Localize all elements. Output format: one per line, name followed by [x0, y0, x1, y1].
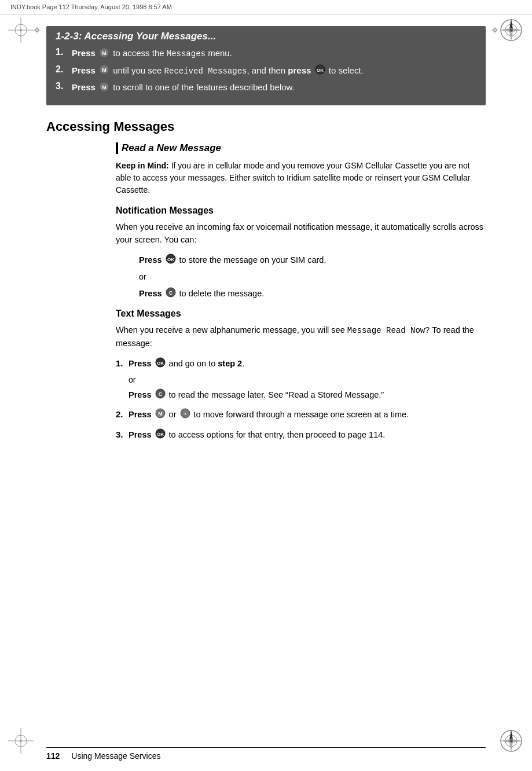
subsection-title: Read a New Message: [116, 142, 486, 154]
text-messages-heading: Text Messages: [116, 309, 486, 319]
notification-heading: Notification Messages: [116, 205, 486, 216]
text-step-3: 3. Press OK to access options for that e…: [116, 428, 486, 443]
svg-text:M: M: [102, 50, 107, 56]
page: INDY.book Page 112 Thursday, August 20, …: [0, 0, 532, 771]
or-2: or: [129, 374, 486, 386]
main-content: 1-2-3: Accessing Your Messages... 1. Pre…: [0, 14, 532, 472]
menu-icon-ts2: M: [155, 408, 166, 423]
header-bar: INDY.book Page 112 Thursday, August 20, …: [0, 0, 532, 14]
svg-text:C: C: [168, 290, 173, 296]
section-title: Accessing Messages: [46, 119, 486, 134]
svg-text:OK: OK: [167, 257, 174, 262]
ok-icon-step2: OK: [315, 64, 325, 78]
text-messages-body: When you receive a new alphanumeric mess…: [116, 324, 486, 350]
svg-text:M: M: [102, 67, 107, 73]
notification-option-2: Press C to delete the message.: [139, 287, 486, 302]
c-icon-notif: C: [166, 287, 176, 302]
c-icon-ts1: C: [155, 388, 166, 403]
footer: 112 Using Message Services: [46, 747, 486, 761]
svg-text:M: M: [158, 411, 163, 417]
notification-options: Press OK to store the message on your SI…: [139, 254, 486, 302]
svg-point-6: [509, 28, 513, 32]
text-message-steps: 1. Press OK and go on to step 2.: [116, 357, 486, 443]
svg-point-17: [509, 739, 513, 743]
svg-text:›: ›: [184, 410, 186, 417]
svg-text:OK: OK: [157, 432, 164, 437]
menu-icon-step3: M: [99, 82, 109, 95]
ok-icon-ts3: OK: [155, 428, 166, 443]
dot-tr: [491, 25, 498, 35]
footer-page-number: 112: [46, 751, 60, 761]
ok-icon-ts1: OK: [155, 357, 166, 372]
steps-box: 1-2-3: Accessing Your Messages... 1. Pre…: [46, 26, 486, 105]
header-text: INDY.book Page 112 Thursday, August 20, …: [10, 3, 172, 10]
svg-text:OK: OK: [157, 361, 164, 366]
svg-point-3: [20, 29, 22, 31]
steps-box-title: 1-2-3: Accessing Your Messages...: [56, 31, 476, 42]
keep-in-mind: Keep in Mind: If you are in cellular mod…: [116, 160, 486, 196]
menu-icon-step2: M: [99, 64, 109, 78]
or-1: or: [139, 271, 486, 284]
svg-text:C: C: [158, 391, 162, 397]
step-2: 2. Press M until you see Received Messag…: [56, 64, 476, 78]
dot-tl: [34, 25, 41, 35]
svg-text:M: M: [102, 85, 107, 90]
svg-text:OK: OK: [317, 68, 324, 73]
svg-point-14: [20, 740, 22, 742]
text-step-1: 1. Press OK and go on to step 2.: [116, 357, 486, 403]
notification-body: When you receive an incoming fax or voic…: [116, 221, 486, 247]
notification-option-1: Press OK to store the message on your SI…: [139, 254, 486, 268]
corner-decoration-tl: [8, 17, 34, 43]
content-block: Read a New Message Keep in Mind: If you …: [116, 142, 486, 443]
menu-icon-step1: M: [99, 47, 109, 61]
step-3: 3. Press M to scroll to one of the featu…: [56, 81, 476, 95]
text-step-2: 2. Press M or: [116, 408, 486, 423]
steps-list: 1. Press M to access the Messages menu.: [56, 47, 476, 95]
corner-decoration-br: [498, 728, 524, 754]
step-1: 1. Press M to access the Messages menu.: [56, 47, 476, 61]
ok-icon-notif: OK: [166, 254, 176, 268]
corner-decoration-tr: [498, 17, 524, 43]
right-icon-ts2: ›: [180, 408, 190, 423]
footer-section-text: Using Message Services: [71, 751, 160, 761]
corner-decoration-bl: [8, 728, 34, 754]
